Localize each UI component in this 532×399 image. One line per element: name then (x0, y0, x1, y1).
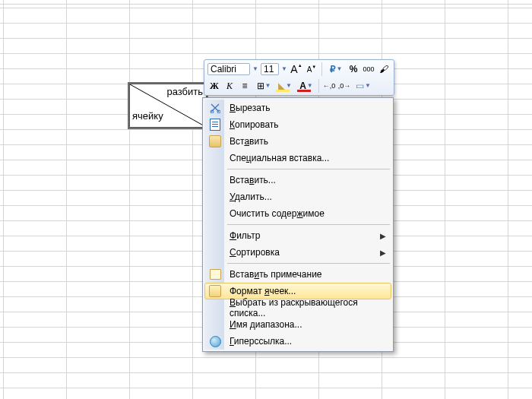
percent-format-button[interactable]: % (347, 62, 360, 76)
cell-bottom-text: ячейку (132, 110, 163, 122)
font-name-combobox[interactable]: Calibri (207, 63, 250, 75)
menu-separator (227, 224, 390, 225)
paste-icon (209, 135, 221, 147)
menu-item-выбрать-из-раскрывающегося-списка[interactable]: Выбрать из раскрывающегося списка... (204, 299, 391, 316)
blank-icon (209, 246, 221, 258)
paintbrush-icon: 🖌 (379, 64, 388, 74)
menu-item-вставить[interactable]: Вставить... (204, 172, 391, 188)
decrease-decimal-button[interactable]: ←,0 (322, 79, 336, 93)
font-color-button[interactable]: A ▼ (296, 79, 315, 93)
bucket-icon: ◣ (278, 81, 285, 91)
font-size-combobox[interactable]: 11 (261, 63, 279, 75)
menu-item-фильтр[interactable]: Фильтр▶ (204, 227, 391, 244)
blank-icon (209, 207, 221, 220)
menu-item-удалить[interactable]: Удалить... (204, 188, 391, 205)
format-icon (209, 285, 221, 297)
menu-item-label: Вставить... (230, 175, 276, 185)
accounting-format-button[interactable]: ₽ ▼ (325, 62, 345, 76)
borders-button[interactable]: ⊞ ▼ (253, 79, 273, 93)
menu-item-вырезать[interactable]: Вырезать (204, 100, 391, 116)
copy-icon (209, 119, 221, 131)
comma-format-button[interactable]: 000 (362, 62, 375, 76)
link-icon (209, 335, 221, 347)
menu-separator (227, 169, 390, 169)
menu-item-label: Вставить (230, 136, 268, 147)
accounting-icon: ₽ (330, 64, 336, 74)
chevron-down-icon[interactable]: ▼ (252, 66, 259, 72)
blank-icon (209, 230, 221, 242)
cut-icon (209, 102, 221, 114)
menu-item-label: Фильтр (230, 230, 260, 241)
separator (318, 79, 319, 93)
blank-icon (209, 174, 221, 186)
mini-toolbar: Calibri ▼ 11 ▼ A▲ A▼ ₽ ▼ % 000 🖌 Ж (204, 59, 394, 96)
selected-cell-diagonal-split[interactable]: разбить ячейку (129, 84, 207, 128)
menu-item-label: Удалить... (230, 192, 272, 202)
menu-item-очистить-содержимое[interactable]: Очистить содержимое (204, 205, 391, 222)
menu-item-label: Вырезать (230, 103, 270, 113)
menu-item-label: Специальная вставка... (230, 153, 329, 163)
format-painter-button[interactable]: 🖌 (377, 62, 391, 76)
grow-font-button[interactable]: A▲ (290, 62, 303, 76)
comment-icon (209, 268, 221, 280)
menu-separator (227, 263, 390, 264)
merge-icon: ▭ (356, 81, 364, 91)
submenu-arrow-icon: ▶ (380, 249, 386, 257)
submenu-arrow-icon: ▶ (380, 232, 386, 240)
font-size-value: 11 (264, 64, 274, 74)
align-center-button[interactable]: ≡ (238, 79, 252, 93)
menu-item-label: Копировать (230, 119, 279, 130)
menu-item-вставить[interactable]: Вставить (204, 133, 391, 150)
menu-item-копировать[interactable]: Копировать (204, 116, 391, 133)
blank-icon (209, 318, 221, 331)
context-menu: ВырезатьКопироватьВставитьСпециальная вс… (202, 97, 394, 352)
shrink-font-button[interactable]: A▼ (305, 62, 318, 76)
fill-color-button[interactable]: ◣ ▼ (274, 79, 294, 93)
blank-icon (209, 191, 221, 203)
blank-icon (209, 152, 221, 164)
menu-item-сортировка[interactable]: Сортировка▶ (204, 244, 391, 261)
bold-button[interactable]: Ж (207, 79, 221, 93)
menu-item-гиперссылка[interactable]: Гиперссылка... (204, 333, 391, 350)
menu-item-label: Формат ячеек... (230, 286, 296, 296)
menu-item-label: Имя диапазона... (230, 319, 302, 330)
menu-item-label: Вставить примечание (230, 269, 322, 280)
menu-item-label: Выбрать из раскрывающегося списка... (230, 297, 380, 318)
chevron-down-icon[interactable]: ▼ (280, 66, 288, 72)
menu-item-вставить-примечание[interactable]: Вставить примечание (204, 266, 391, 283)
blank-icon (209, 302, 221, 314)
menu-item-имя-диапазона[interactable]: Имя диапазона... (204, 316, 391, 333)
menu-item-специальная-вставка[interactable]: Специальная вставка... (204, 150, 391, 166)
align-center-icon: ≡ (242, 81, 247, 91)
increase-decimal-button[interactable]: ,0→ (337, 79, 351, 93)
cell-top-text: разбить (166, 86, 203, 98)
merge-cells-button[interactable]: ▭ ▼ (353, 79, 372, 93)
menu-item-label: Сортировка (230, 247, 280, 258)
menu-item-label: Очистить содержимое (230, 208, 325, 219)
separator (321, 62, 322, 76)
font-name-value: Calibri (211, 64, 236, 74)
menu-item-label: Гиперссылка... (230, 336, 292, 347)
borders-icon: ⊞ (257, 81, 264, 91)
italic-button[interactable]: К (223, 79, 236, 93)
